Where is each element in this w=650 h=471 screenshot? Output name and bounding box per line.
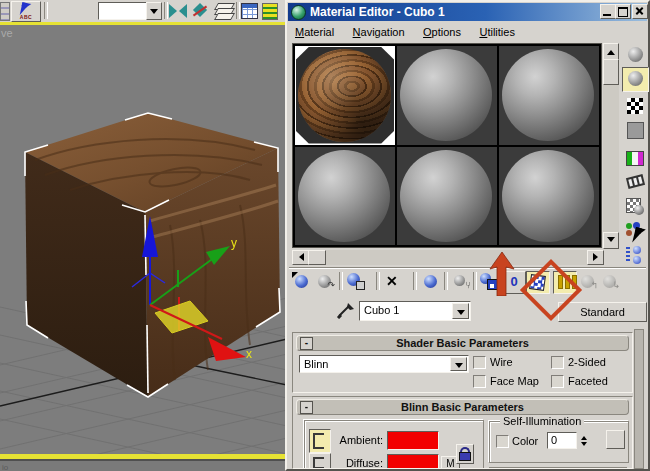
assign-material-to-selection-button[interactable] <box>345 271 367 292</box>
rollout-header[interactable]: - Shader Basic Parameters <box>296 335 629 351</box>
lock-diffuse-specular-button[interactable] <box>309 453 331 469</box>
checkbox-two-sided[interactable] <box>551 356 564 369</box>
sample-type-button[interactable] <box>624 45 646 65</box>
shader-combo[interactable]: Blinn <box>299 355 469 373</box>
collapse-button[interactable]: - <box>300 401 313 414</box>
separator <box>376 272 380 290</box>
vscroll-thumb[interactable] <box>603 59 619 85</box>
self-illum-value[interactable]: 0 <box>548 433 576 446</box>
self-illumination-label: Self-Illumination <box>500 415 584 427</box>
checkbox-wire-label: Wire <box>490 356 513 368</box>
background-button[interactable] <box>624 96 646 116</box>
curve-glyph: ↷ <box>327 280 335 290</box>
video-color-check-button[interactable] <box>624 148 646 168</box>
material-name-combo[interactable]: Cubo 1 <box>359 301 471 321</box>
ambient-color-swatch[interactable] <box>387 431 439 450</box>
sample-slot-4[interactable] <box>295 147 395 246</box>
curve-editor-icon <box>241 3 258 19</box>
partial-color-icon <box>262 3 278 20</box>
scroll-left-button[interactable] <box>292 250 309 265</box>
backlight-sphere-icon <box>628 71 643 86</box>
reset-map-mtl-button[interactable]: ✕ <box>383 271 405 292</box>
select-by-material-icon <box>624 220 646 240</box>
make-unique-icon <box>454 275 465 286</box>
make-material-copy-button[interactable] <box>420 271 442 292</box>
sample-slot-6[interactable] <box>499 147 599 246</box>
checkbox-faceted[interactable] <box>551 375 564 388</box>
sample-vscrollbar[interactable] <box>603 43 619 248</box>
named-selection-dropdown[interactable] <box>98 2 148 20</box>
below-viewport-strip: io <box>0 459 287 471</box>
material-type-label: Standard <box>559 303 646 318</box>
menu-navigation[interactable]: Navigation <box>346 23 412 38</box>
lock-ambient-diffuse-button[interactable] <box>309 429 331 453</box>
menu-utilities[interactable]: Utilities <box>472 23 521 38</box>
gray-material-sphere <box>502 150 594 242</box>
diffuse-color-swatch[interactable] <box>387 454 439 469</box>
diffuse-label: Diffuse: <box>331 457 383 469</box>
checkbox-face-map[interactable] <box>473 375 486 388</box>
partial-icon <box>0 2 10 21</box>
spinner-up-icon[interactable] <box>581 433 587 440</box>
rollout-header[interactable]: - Blinn Basic Parameters <box>296 399 629 415</box>
viewport-perspective[interactable]: y x ve <box>0 25 287 454</box>
make-unique-button[interactable]: ⑂ <box>450 271 472 292</box>
sample-slot-wood-selected[interactable] <box>295 46 395 145</box>
minimize-button[interactable] <box>600 4 616 19</box>
material-map-navigator-button[interactable] <box>624 245 646 265</box>
menu-options[interactable]: Options <box>416 23 468 38</box>
collapse-button[interactable]: - <box>300 337 313 350</box>
sample-slot-2[interactable] <box>397 46 497 145</box>
self-illum-spinner-field[interactable]: 0 <box>547 432 577 449</box>
material-type-button[interactable]: Standard <box>558 302 647 322</box>
make-preview-button[interactable] <box>624 172 646 192</box>
select-by-material-button[interactable] <box>624 220 646 240</box>
sample-slot-5[interactable] <box>397 147 497 246</box>
lock-bracket-icon <box>313 433 324 449</box>
rollout-scrollbar[interactable] <box>634 329 644 469</box>
spinner-down-icon[interactable] <box>581 442 587 449</box>
scroll-up-button[interactable] <box>603 43 619 60</box>
sample-uv-tiling-button[interactable] <box>624 120 646 140</box>
app-icon <box>291 5 306 20</box>
shader-dropdown-button[interactable] <box>450 357 467 371</box>
checkbox-self-illum-color[interactable] <box>496 435 509 448</box>
material-editor-window: Material Editor - Cubo 1 Material Naviga… <box>285 0 650 471</box>
shader-value[interactable]: Blinn <box>300 356 468 372</box>
align-button[interactable] <box>190 1 210 20</box>
navigator-icon <box>624 245 646 265</box>
hscroll-thumb[interactable] <box>308 250 326 265</box>
sample-slot-3[interactable] <box>499 46 599 145</box>
curve-editor-button[interactable] <box>239 1 259 20</box>
pick-material-button[interactable] <box>336 301 356 319</box>
layer-manager-button[interactable] <box>213 1 235 20</box>
self-illum-map-button[interactable] <box>606 430 625 449</box>
options-button[interactable] <box>624 196 646 216</box>
options-icon <box>626 198 641 213</box>
get-material-button[interactable] <box>291 271 313 292</box>
maximize-button[interactable] <box>615 4 631 19</box>
arrow-down-icon <box>607 237 615 246</box>
checkbox-two-sided-label: 2-Sided <box>568 356 606 368</box>
lock-maps-button[interactable] <box>456 444 474 464</box>
up-glyph: ↰ <box>590 280 598 290</box>
backlight-button[interactable] <box>622 67 649 92</box>
wood-material-sphere <box>298 49 391 142</box>
titlebar[interactable]: Material Editor - Cubo 1 <box>288 3 647 21</box>
separator <box>339 272 343 290</box>
scroll-right-button[interactable] <box>587 250 604 265</box>
checkbox-wire[interactable] <box>473 356 486 369</box>
scroll-down-button[interactable] <box>603 232 619 249</box>
select-object-button[interactable]: ABC <box>11 1 41 22</box>
close-button[interactable] <box>632 4 648 19</box>
menu-material[interactable]: Material <box>288 23 341 38</box>
material-name-dropdown-button[interactable] <box>452 303 469 319</box>
go-forward-to-sibling-button[interactable]: ↳ <box>599 271 621 292</box>
rollout-title: Blinn Basic Parameters <box>401 401 524 413</box>
dropdown-arrow-button[interactable] <box>146 2 162 20</box>
put-material-to-scene-button[interactable]: ↷ <box>314 271 336 292</box>
mirror-button[interactable] <box>168 1 188 20</box>
arrow-right-icon <box>593 253 602 261</box>
self-illumination-group: Self-Illumination Color 0 <box>489 421 629 463</box>
self-illum-spinner-arrows[interactable] <box>578 432 589 449</box>
